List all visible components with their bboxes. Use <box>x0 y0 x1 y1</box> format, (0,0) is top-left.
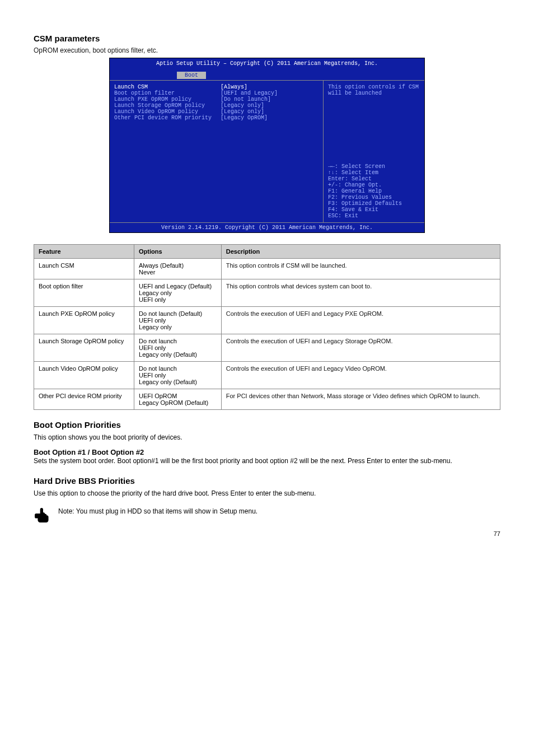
note-row: Note: You must plug in HDD so that items… <box>34 503 500 522</box>
bios-row-label: Launch CSM <box>114 84 221 90</box>
table-cell-description: This option controls if CSM will be laun… <box>221 259 500 279</box>
bios-help-key: F4: Save & Exit <box>328 207 420 213</box>
table-header: Options <box>134 245 222 259</box>
bios-help-key: +/-: Change Opt. <box>328 182 420 188</box>
pointing-hand-icon <box>34 503 53 522</box>
table-row: Launch PXE OpROM policy Do not launch (D… <box>34 307 500 334</box>
table-cell-description: Controls the execution of UEFI and Legac… <box>221 334 500 362</box>
table-cell-description: This option controls what devices system… <box>221 279 500 307</box>
bios-row[interactable]: Boot option filter [UEFI and Legacy] <box>114 90 318 96</box>
table-cell-options: Do not launch UEFI only Legacy only (Def… <box>134 362 222 389</box>
table-row: Boot option filter UEFI and Legacy (Defa… <box>34 279 500 307</box>
bios-row-label: Launch Video OpROM policy <box>114 109 221 115</box>
table-header: Description <box>221 245 500 259</box>
table-cell-description: For PCI devices other than Network, Mass… <box>221 389 500 410</box>
bios-left-pane: Launch CSM [Always] Boot option filter [… <box>110 81 324 222</box>
bios-row[interactable]: Launch PXE OpROM policy [Do not launch] <box>114 96 318 102</box>
table-row: Other PCI device ROM priority UEFI OpROM… <box>34 389 500 410</box>
bios-row-label: Launch Storage OpROM policy <box>114 102 221 109</box>
heading-hdd-priorities: Hard Drive BBS Priorities <box>34 476 500 486</box>
table-cell-description: Controls the execution of UEFI and Legac… <box>221 362 500 389</box>
table-row: Launch Storage OpROM policy Do not launc… <box>34 334 500 362</box>
bios-row-label: Boot option filter <box>114 90 221 96</box>
bios-tabbar: Boot <box>110 69 424 80</box>
bios-row[interactable]: Launch Storage OpROM policy [Legacy only… <box>114 102 318 109</box>
options-table: Feature Options Description Launch CSM A… <box>34 244 500 410</box>
bios-row-label: Other PCI device ROM priority <box>114 115 221 121</box>
table-cell-options: Do not launch UEFI only Legacy only (Def… <box>134 334 222 362</box>
bios-row-label: Launch PXE OpROM policy <box>114 96 221 102</box>
bios-row-value: [Legacy only] <box>221 109 264 115</box>
bios-help-key: F3: Optimized Defaults <box>328 200 420 207</box>
bios-window: Aptio Setup Utility – Copyright (C) 2011… <box>109 58 425 233</box>
subheading-boot-option: Boot Option #1 / Boot Option #2 <box>34 448 500 456</box>
bios-help-key: →←: Select Screen <box>328 164 420 170</box>
section-title-csm: CSM parameters <box>34 34 500 43</box>
bios-help-key: F1: General Help <box>328 188 420 194</box>
bios-row[interactable]: Launch Video OpROM policy [Legacy only] <box>114 109 318 115</box>
table-cell-feature: Launch CSM <box>34 259 134 279</box>
table-cell-options: UEFI and Legacy (Default) Legacy only UE… <box>134 279 222 307</box>
table-cell-options: Do not launch (Default) UEFI only Legacy… <box>134 307 222 334</box>
bios-title: Aptio Setup Utility – Copyright (C) 2011… <box>110 58 424 69</box>
table-cell-options: Always (Default) Never <box>134 259 222 279</box>
bios-right-pane: This option controls if CSM will be laun… <box>324 81 424 222</box>
bios-row[interactable]: Launch CSM [Always] <box>114 84 318 90</box>
para-hdd-priorities: Use this option to choose the priority o… <box>34 489 500 498</box>
para-boot-option: Sets the system boot order. Boot option#… <box>34 456 500 466</box>
bios-help-key: ↑↓: Select Item <box>328 170 420 176</box>
page-number: 77 <box>494 530 500 537</box>
bios-help-key: ESC: Exit <box>328 213 420 219</box>
table-header: Feature <box>34 245 134 259</box>
bios-help-key: F2: Previous Values <box>328 194 420 200</box>
bios-help-key: Enter: Select <box>328 176 420 182</box>
note-text: Note: You must plug in HDD so that items… <box>58 507 257 516</box>
table-row: Launch CSM Always (Default) Never This o… <box>34 259 500 279</box>
bios-help-desc: This option controls if CSM will be laun… <box>328 84 420 96</box>
bios-row-value: [Always] <box>221 84 247 90</box>
table-cell-options: UEFI OpROM Legacy OpROM (Default) <box>134 389 222 410</box>
table-row: Launch Video OpROM policy Do not launch … <box>34 362 500 389</box>
bios-tab-boot[interactable]: Boot <box>177 72 206 79</box>
table-cell-feature: Launch Storage OpROM policy <box>34 334 134 362</box>
table-cell-feature: Launch PXE OpROM policy <box>34 307 134 334</box>
bios-row[interactable]: Other PCI device ROM priority [Legacy Op… <box>114 115 318 121</box>
table-cell-description: Controls the execution of UEFI and Legac… <box>221 307 500 334</box>
bios-row-value: [UEFI and Legacy] <box>221 90 278 96</box>
table-cell-feature: Other PCI device ROM priority <box>34 389 134 410</box>
table-cell-feature: Boot option filter <box>34 279 134 307</box>
bios-row-value: [Do not launch] <box>221 96 271 102</box>
heading-boot-priorities: Boot Option Priorities <box>34 420 500 430</box>
bios-row-value: [Legacy OpROM] <box>221 115 268 121</box>
bios-footer: Version 2.14.1219. Copyright (C) 2011 Am… <box>110 222 424 232</box>
bios-row-value: [Legacy only] <box>221 102 264 109</box>
table-cell-feature: Launch Video OpROM policy <box>34 362 134 389</box>
section-sub-csm: OpROM execution, boot options filter, et… <box>34 46 500 54</box>
para-boot-priorities: This option shows you the boot priority … <box>34 433 500 442</box>
